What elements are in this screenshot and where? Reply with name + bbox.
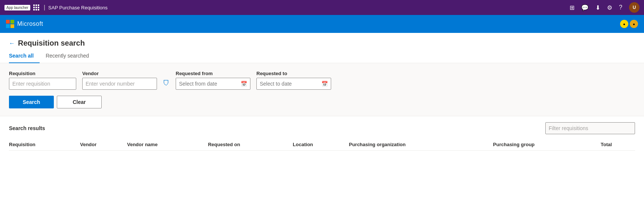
results-table: Requisition Vendor Vendor name Requested… — [9, 139, 635, 151]
col-purchasing-group: Purchasing group — [493, 139, 601, 151]
col-purchasing-org: Purchasing organization — [349, 139, 493, 151]
col-vendor: Vendor — [80, 139, 127, 151]
back-row: ← Requisition search — [9, 39, 635, 47]
chat-icon[interactable]: 💬 — [581, 4, 589, 11]
nav-divider: | — [44, 4, 45, 11]
tabs: Search all Recently searched — [0, 49, 644, 63]
ms-bar-right: ● ● — [620, 20, 638, 28]
requisition-group: Requisition — [9, 71, 76, 90]
results-header: Search results — [9, 122, 635, 134]
avatar[interactable]: U — [629, 2, 640, 13]
search-form: Requisition Vendor ⛉ Requested from 📅 — [0, 63, 644, 116]
top-nav: App launcher | SAP Purchase Requisitions… — [0, 0, 644, 15]
ms-bar: Microsoft ● ● — [0, 15, 644, 33]
app-title: SAP Purchase Requisitions — [48, 5, 108, 10]
requested-from-input-wrap[interactable]: 📅 — [176, 78, 250, 90]
filter-requisitions-wrap[interactable] — [545, 122, 635, 134]
col-total: Total — [601, 139, 635, 151]
requested-from-input[interactable] — [179, 81, 239, 87]
tab-search-all[interactable]: Search all — [9, 49, 40, 63]
table-header: Requisition Vendor Vendor name Requested… — [9, 139, 635, 151]
requisition-label: Requisition — [9, 71, 76, 76]
requested-from-group: Requested from 📅 — [176, 71, 250, 90]
download-icon[interactable]: ⬇ — [595, 4, 600, 11]
requested-to-calendar-icon[interactable]: 📅 — [321, 81, 328, 87]
vendor-input[interactable] — [82, 78, 157, 90]
requested-to-group: Requested to 📅 — [256, 71, 331, 90]
results-title: Search results — [9, 125, 45, 131]
form-row-inputs: Requisition Vendor ⛉ Requested from 📅 — [9, 71, 635, 90]
vendor-group: Vendor — [82, 71, 157, 90]
requested-from-calendar-icon[interactable]: 📅 — [241, 81, 247, 87]
button-row: Search Clear — [9, 96, 635, 108]
col-location: Location — [293, 139, 349, 151]
ms-logo-text: Microsoft — [17, 21, 43, 27]
vendor-label: Vendor — [82, 71, 157, 76]
tab-recently-searched[interactable]: Recently searched — [40, 49, 95, 63]
table-header-row: Requisition Vendor Vendor name Requested… — [9, 139, 635, 151]
requisition-input[interactable] — [9, 78, 76, 90]
clear-button[interactable]: Clear — [57, 96, 102, 108]
requested-to-input-wrap[interactable]: 📅 — [256, 78, 331, 90]
app-launcher-badge[interactable]: App launcher — [4, 5, 30, 10]
col-vendor-name: Vendor name — [127, 139, 208, 151]
page-title: Requisition search — [18, 39, 85, 47]
grid-icon[interactable] — [33, 4, 39, 10]
main-content: ← Requisition search Search all Recently… — [0, 33, 644, 200]
coin1: ● — [620, 20, 628, 28]
ms-logo-squares — [6, 20, 14, 28]
col-requisition: Requisition — [9, 139, 80, 151]
page-header: ← Requisition search — [0, 33, 644, 47]
back-button[interactable]: ← — [9, 40, 15, 47]
filter-icon-wrap: ⛉ — [163, 78, 170, 90]
filter-icon[interactable]: ⛉ — [163, 80, 170, 87]
requested-to-label: Requested to — [256, 71, 331, 76]
col-requested-on: Requested on — [208, 139, 293, 151]
settings-icon[interactable]: ⚙ — [607, 4, 612, 11]
filter-requisitions-input[interactable] — [549, 125, 632, 131]
results-area: Search results Requisition Vendor Vendor… — [0, 116, 644, 157]
ms-logo: Microsoft — [6, 20, 43, 28]
requested-from-label: Requested from — [176, 71, 250, 76]
apps-icon[interactable]: ⊞ — [570, 4, 574, 11]
coin2: ● — [630, 20, 638, 28]
search-button[interactable]: Search — [9, 96, 54, 108]
requested-to-input[interactable] — [260, 81, 320, 87]
help-icon[interactable]: ? — [619, 4, 622, 11]
top-nav-right: ⊞ 💬 ⬇ ⚙ ? U — [570, 2, 640, 13]
